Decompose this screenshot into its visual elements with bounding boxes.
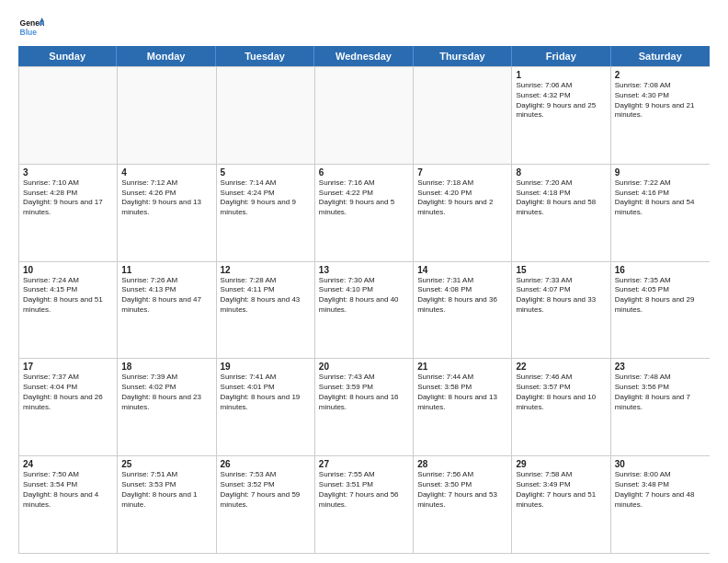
day-cell-14: 14Sunrise: 7:31 AM Sunset: 4:08 PM Dayli… bbox=[414, 262, 512, 359]
day-info: Sunrise: 7:48 AM Sunset: 3:56 PM Dayligh… bbox=[615, 373, 706, 412]
day-number: 17 bbox=[23, 362, 113, 372]
day-number: 27 bbox=[319, 459, 409, 469]
empty-cell bbox=[118, 67, 216, 164]
day-number: 25 bbox=[121, 459, 211, 469]
day-cell-10: 10Sunrise: 7:24 AM Sunset: 4:15 PM Dayli… bbox=[19, 262, 118, 359]
day-number: 15 bbox=[516, 265, 606, 275]
day-info: Sunrise: 7:10 AM Sunset: 4:28 PM Dayligh… bbox=[23, 178, 113, 218]
day-cell-19: 19Sunrise: 7:41 AM Sunset: 4:01 PM Dayli… bbox=[217, 359, 315, 455]
calendar-row-5: 24Sunrise: 7:50 AM Sunset: 3:54 PM Dayli… bbox=[19, 455, 710, 553]
svg-text:Blue: Blue bbox=[20, 28, 38, 37]
logo: General Blue bbox=[18, 15, 44, 40]
day-number: 12 bbox=[221, 265, 311, 275]
day-number: 8 bbox=[516, 167, 606, 178]
day-info: Sunrise: 7:55 AM Sunset: 3:51 PM Dayligh… bbox=[319, 470, 409, 510]
empty-cell bbox=[414, 67, 512, 164]
day-info: Sunrise: 7:37 AM Sunset: 4:04 PM Dayligh… bbox=[23, 373, 113, 412]
calendar-row-1: 1Sunrise: 7:06 AM Sunset: 4:32 PM Daylig… bbox=[19, 66, 710, 164]
day-cell-26: 26Sunrise: 7:53 AM Sunset: 3:52 PM Dayli… bbox=[217, 456, 315, 553]
day-cell-8: 8Sunrise: 7:20 AM Sunset: 4:18 PM Daylig… bbox=[512, 165, 610, 261]
header-day-tuesday: Tuesday bbox=[216, 46, 314, 66]
day-cell-15: 15Sunrise: 7:33 AM Sunset: 4:07 PM Dayli… bbox=[512, 262, 610, 359]
day-number: 14 bbox=[417, 265, 507, 275]
day-info: Sunrise: 7:33 AM Sunset: 4:07 PM Dayligh… bbox=[516, 276, 606, 316]
empty-cell bbox=[217, 67, 315, 164]
calendar-body: 1Sunrise: 7:06 AM Sunset: 4:32 PM Daylig… bbox=[18, 66, 710, 554]
day-number: 21 bbox=[417, 362, 507, 372]
day-number: 7 bbox=[417, 167, 507, 178]
calendar-row-4: 17Sunrise: 7:37 AM Sunset: 4:04 PM Dayli… bbox=[19, 358, 710, 455]
day-info: Sunrise: 7:51 AM Sunset: 3:53 PM Dayligh… bbox=[121, 470, 211, 510]
day-number: 22 bbox=[516, 362, 606, 372]
day-info: Sunrise: 7:28 AM Sunset: 4:11 PM Dayligh… bbox=[221, 276, 311, 316]
day-cell-18: 18Sunrise: 7:39 AM Sunset: 4:02 PM Dayli… bbox=[118, 359, 216, 455]
day-info: Sunrise: 7:46 AM Sunset: 3:57 PM Dayligh… bbox=[516, 373, 606, 412]
day-cell-21: 21Sunrise: 7:44 AM Sunset: 3:58 PM Dayli… bbox=[414, 359, 512, 455]
day-number: 5 bbox=[221, 167, 311, 178]
day-cell-16: 16Sunrise: 7:35 AM Sunset: 4:05 PM Dayli… bbox=[611, 262, 710, 359]
day-info: Sunrise: 7:16 AM Sunset: 4:22 PM Dayligh… bbox=[319, 178, 409, 218]
day-cell-1: 1Sunrise: 7:06 AM Sunset: 4:32 PM Daylig… bbox=[512, 67, 610, 164]
day-cell-5: 5Sunrise: 7:14 AM Sunset: 4:24 PM Daylig… bbox=[217, 165, 315, 261]
header-day-saturday: Saturday bbox=[611, 46, 710, 66]
day-cell-29: 29Sunrise: 7:58 AM Sunset: 3:49 PM Dayli… bbox=[512, 456, 610, 553]
day-info: Sunrise: 7:43 AM Sunset: 3:59 PM Dayligh… bbox=[319, 373, 409, 412]
day-info: Sunrise: 7:58 AM Sunset: 3:49 PM Dayligh… bbox=[516, 470, 606, 510]
header-day-sunday: Sunday bbox=[18, 46, 117, 66]
day-cell-11: 11Sunrise: 7:26 AM Sunset: 4:13 PM Dayli… bbox=[118, 262, 216, 359]
day-info: Sunrise: 7:24 AM Sunset: 4:15 PM Dayligh… bbox=[23, 276, 113, 316]
day-cell-27: 27Sunrise: 7:55 AM Sunset: 3:51 PM Dayli… bbox=[315, 456, 414, 553]
day-info: Sunrise: 7:35 AM Sunset: 4:05 PM Dayligh… bbox=[615, 276, 706, 316]
day-info: Sunrise: 7:12 AM Sunset: 4:26 PM Dayligh… bbox=[121, 178, 211, 218]
day-number: 30 bbox=[615, 459, 706, 469]
header-day-wednesday: Wednesday bbox=[314, 46, 413, 66]
header-day-friday: Friday bbox=[512, 46, 610, 66]
day-info: Sunrise: 7:20 AM Sunset: 4:18 PM Dayligh… bbox=[516, 178, 606, 218]
day-info: Sunrise: 7:06 AM Sunset: 4:32 PM Dayligh… bbox=[516, 81, 606, 121]
calendar-row-2: 3Sunrise: 7:10 AM Sunset: 4:28 PM Daylig… bbox=[19, 164, 710, 261]
day-number: 13 bbox=[319, 265, 409, 275]
day-info: Sunrise: 7:53 AM Sunset: 3:52 PM Dayligh… bbox=[221, 470, 311, 510]
day-cell-23: 23Sunrise: 7:48 AM Sunset: 3:56 PM Dayli… bbox=[611, 359, 710, 455]
day-number: 26 bbox=[221, 459, 311, 469]
day-cell-30: 30Sunrise: 8:00 AM Sunset: 3:48 PM Dayli… bbox=[611, 456, 710, 553]
day-cell-13: 13Sunrise: 7:30 AM Sunset: 4:10 PM Dayli… bbox=[315, 262, 414, 359]
empty-cell bbox=[19, 67, 118, 164]
day-number: 20 bbox=[319, 362, 409, 372]
day-info: Sunrise: 7:30 AM Sunset: 4:10 PM Dayligh… bbox=[319, 276, 409, 316]
day-info: Sunrise: 7:56 AM Sunset: 3:50 PM Dayligh… bbox=[417, 470, 507, 510]
day-number: 3 bbox=[23, 167, 113, 178]
calendar-row-3: 10Sunrise: 7:24 AM Sunset: 4:15 PM Dayli… bbox=[19, 261, 710, 359]
header-day-monday: Monday bbox=[117, 46, 215, 66]
day-cell-6: 6Sunrise: 7:16 AM Sunset: 4:22 PM Daylig… bbox=[315, 165, 414, 261]
day-cell-9: 9Sunrise: 7:22 AM Sunset: 4:16 PM Daylig… bbox=[611, 165, 710, 261]
day-number: 18 bbox=[121, 362, 211, 372]
day-info: Sunrise: 7:44 AM Sunset: 3:58 PM Dayligh… bbox=[417, 373, 507, 412]
day-cell-4: 4Sunrise: 7:12 AM Sunset: 4:26 PM Daylig… bbox=[118, 165, 216, 261]
day-number: 6 bbox=[319, 167, 409, 178]
day-info: Sunrise: 8:00 AM Sunset: 3:48 PM Dayligh… bbox=[615, 470, 706, 510]
day-number: 1 bbox=[516, 70, 606, 80]
day-info: Sunrise: 7:08 AM Sunset: 4:30 PM Dayligh… bbox=[615, 81, 706, 121]
day-number: 16 bbox=[615, 265, 706, 275]
day-number: 24 bbox=[23, 459, 113, 469]
day-number: 4 bbox=[121, 167, 211, 178]
day-number: 19 bbox=[221, 362, 311, 372]
day-info: Sunrise: 7:22 AM Sunset: 4:16 PM Dayligh… bbox=[615, 178, 706, 218]
day-info: Sunrise: 7:31 AM Sunset: 4:08 PM Dayligh… bbox=[417, 276, 507, 316]
day-info: Sunrise: 7:50 AM Sunset: 3:54 PM Dayligh… bbox=[23, 470, 113, 510]
day-cell-24: 24Sunrise: 7:50 AM Sunset: 3:54 PM Dayli… bbox=[19, 456, 118, 553]
day-cell-28: 28Sunrise: 7:56 AM Sunset: 3:50 PM Dayli… bbox=[414, 456, 512, 553]
header-day-thursday: Thursday bbox=[414, 46, 512, 66]
day-number: 2 bbox=[615, 70, 706, 80]
empty-cell bbox=[315, 67, 414, 164]
day-cell-17: 17Sunrise: 7:37 AM Sunset: 4:04 PM Dayli… bbox=[19, 359, 118, 455]
day-cell-12: 12Sunrise: 7:28 AM Sunset: 4:11 PM Dayli… bbox=[217, 262, 315, 359]
day-info: Sunrise: 7:18 AM Sunset: 4:20 PM Dayligh… bbox=[417, 178, 507, 218]
calendar: SundayMondayTuesdayWednesdayThursdayFrid… bbox=[18, 46, 710, 554]
day-info: Sunrise: 7:14 AM Sunset: 4:24 PM Dayligh… bbox=[221, 178, 311, 218]
day-cell-2: 2Sunrise: 7:08 AM Sunset: 4:30 PM Daylig… bbox=[611, 67, 710, 164]
day-info: Sunrise: 7:41 AM Sunset: 4:01 PM Dayligh… bbox=[221, 373, 311, 412]
day-number: 10 bbox=[23, 265, 113, 275]
day-number: 28 bbox=[417, 459, 507, 469]
